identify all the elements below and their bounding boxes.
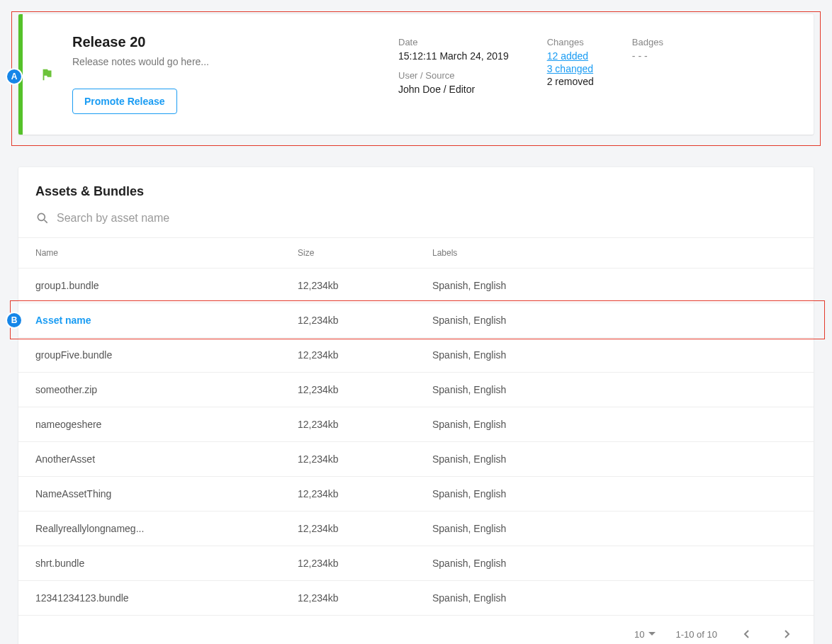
changes-changed-link[interactable]: 3 changed: [547, 63, 594, 74]
cell-labels: Spanish, English: [415, 269, 814, 303]
page-size-value: 10: [634, 629, 644, 640]
table-row[interactable]: 12341234123.bundle12,234kbSpanish, Engli…: [18, 581, 814, 616]
cell-labels: Spanish, English: [415, 477, 814, 512]
cell-size: 12,234kb: [281, 303, 415, 338]
cell-labels: Spanish, English: [415, 512, 814, 546]
cell-size: 12,234kb: [281, 373, 415, 407]
cell-name[interactable]: nameogeshere: [18, 407, 281, 442]
assets-panel: Assets & Bundles Name Size Labels group1…: [18, 167, 814, 644]
pagination: 10 1-10 of 10: [18, 616, 814, 644]
table-row[interactable]: NameAssetThing12,234kbSpanish, English: [18, 477, 814, 512]
release-title: Release 20: [72, 34, 398, 50]
assets-title: Assets & Bundles: [35, 184, 797, 199]
cell-name[interactable]: NameAssetThing: [18, 477, 281, 512]
changes-removed: 2 removed: [547, 76, 594, 87]
date-value: 15:12:11 March 24, 2019: [398, 50, 509, 62]
table-row[interactable]: Reallyreallylongnameg...12,234kbSpanish,…: [18, 512, 814, 546]
badges-label: Badges: [632, 37, 663, 47]
cell-name[interactable]: shrt.bundle: [18, 546, 281, 581]
page-range: 1-10 of 10: [675, 629, 717, 640]
release-notes: Release notes would go here...: [72, 56, 398, 67]
search-row: [35, 209, 797, 227]
table-row[interactable]: groupFive.bundle12,234kbSpanish, English: [18, 338, 814, 373]
release-flag-col: [23, 14, 72, 135]
table-row[interactable]: someother.zip12,234kbSpanish, English: [18, 373, 814, 407]
annotation-badge-a: A: [6, 68, 23, 85]
cell-name[interactable]: AnotherAsset: [18, 442, 281, 477]
cell-size: 12,234kb: [281, 512, 415, 546]
table-row[interactable]: group1.bundle12,234kbSpanish, English: [18, 269, 814, 303]
table-row[interactable]: shrt.bundle12,234kbSpanish, English: [18, 546, 814, 581]
cell-labels: Spanish, English: [415, 407, 814, 442]
cell-size: 12,234kb: [281, 546, 415, 581]
col-header-labels[interactable]: Labels: [415, 238, 814, 269]
changes-label: Changes: [547, 37, 594, 47]
svg-line-1: [45, 220, 47, 223]
cell-size: 12,234kb: [281, 581, 415, 616]
cell-name[interactable]: Asset name: [18, 303, 281, 338]
caret-down-icon: [648, 631, 656, 638]
cell-labels: Spanish, English: [415, 338, 814, 373]
promote-release-button[interactable]: Promote Release: [72, 89, 177, 114]
cell-labels: Spanish, English: [415, 581, 814, 616]
cell-size: 12,234kb: [281, 442, 415, 477]
page-size-select[interactable]: 10: [634, 629, 656, 640]
cell-labels: Spanish, English: [415, 442, 814, 477]
table-row[interactable]: Asset name12,234kbSpanish, English: [18, 303, 814, 338]
next-page-button[interactable]: [777, 624, 797, 644]
cell-name[interactable]: Reallyreallylongnameg...: [18, 512, 281, 546]
cell-size: 12,234kb: [281, 477, 415, 512]
col-header-name[interactable]: Name: [18, 238, 281, 269]
cell-name[interactable]: groupFive.bundle: [18, 338, 281, 373]
cell-labels: Spanish, English: [415, 303, 814, 338]
table-row[interactable]: nameogeshere12,234kbSpanish, English: [18, 407, 814, 442]
prev-page-button[interactable]: [737, 624, 757, 644]
cell-labels: Spanish, English: [415, 373, 814, 407]
annotation-badge-b: B: [6, 312, 23, 329]
search-icon: [35, 211, 50, 225]
flag-icon: [40, 67, 55, 82]
cell-size: 12,234kb: [281, 269, 415, 303]
changes-added-link[interactable]: 12 added: [547, 50, 594, 62]
col-header-size[interactable]: Size: [281, 238, 415, 269]
user-label: User / Source: [398, 70, 509, 81]
cell-name[interactable]: group1.bundle: [18, 269, 281, 303]
meta-date-user: Date 15:12:11 March 24, 2019 User / Sour…: [398, 37, 509, 118]
release-card: Release 20 Release notes would go here..…: [18, 14, 814, 135]
cell-name[interactable]: 12341234123.bundle: [18, 581, 281, 616]
svg-point-0: [38, 213, 45, 220]
meta-changes: Changes 12 added 3 changed 2 removed: [547, 37, 594, 118]
user-value: John Doe / Editor: [398, 84, 509, 95]
meta-badges: Badges - - -: [632, 37, 663, 118]
cell-name[interactable]: someother.zip: [18, 373, 281, 407]
cell-size: 12,234kb: [281, 338, 415, 373]
assets-table: Name Size Labels group1.bundle12,234kbSp…: [18, 237, 814, 616]
cell-size: 12,234kb: [281, 407, 415, 442]
date-label: Date: [398, 37, 509, 47]
badges-value: - - -: [632, 50, 663, 62]
cell-labels: Spanish, English: [415, 546, 814, 581]
table-row[interactable]: AnotherAsset12,234kbSpanish, English: [18, 442, 814, 477]
search-input[interactable]: [57, 209, 797, 227]
